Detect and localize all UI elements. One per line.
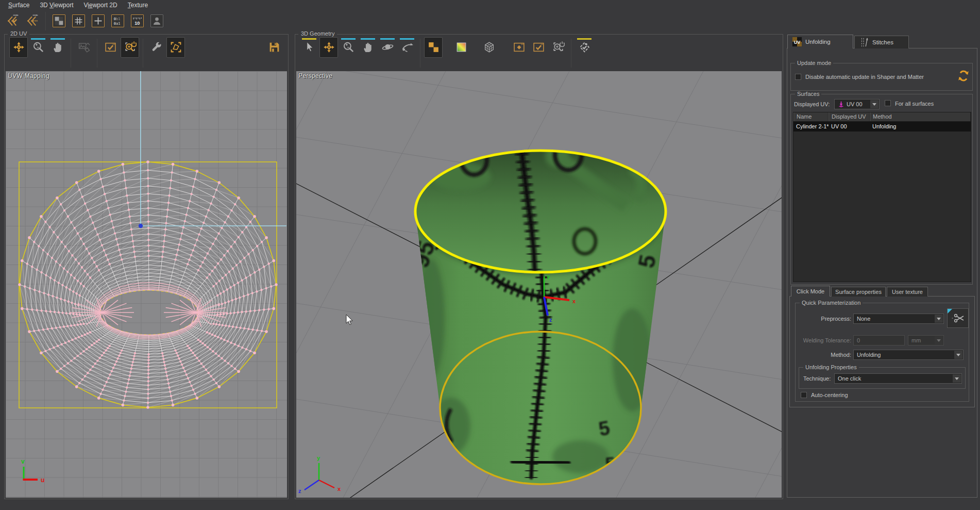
preprocess-dropdown[interactable]: None	[853, 314, 944, 324]
svg-text:y: y	[317, 455, 320, 461]
panel-2d-title: 2D UV	[8, 30, 29, 37]
save-button[interactable]	[265, 37, 283, 58]
menu-texture[interactable]: Texture	[123, 1, 153, 10]
distortion-display-button[interactable]	[452, 37, 470, 58]
selection-window-button[interactable]	[510, 37, 528, 58]
texel-format-button[interactable]: 0b10a1	[108, 11, 127, 31]
validate-options-button[interactable]	[23, 11, 42, 31]
surfaces-title: Surfaces	[795, 91, 821, 97]
menu-viewport-2d[interactable]: Viewport 2D	[79, 1, 123, 10]
toolbar-separator	[420, 39, 420, 68]
pan-tool[interactable]	[359, 37, 377, 58]
svg-text:10: 10	[134, 21, 140, 26]
toolbar-2d-uv	[9, 37, 284, 69]
tab-user-texture[interactable]: User texture	[887, 287, 928, 297]
svg-text:UV: UV	[794, 40, 801, 45]
island-selection-button[interactable]	[166, 37, 185, 58]
svg-text:z: z	[298, 488, 301, 494]
main-toolbar: 0b10a110	[0, 10, 980, 32]
tab-stitches[interactable]: Stitches	[854, 36, 909, 48]
method-dropdown[interactable]: Unfolding	[853, 350, 964, 360]
wireframe-display-button[interactable]	[480, 37, 498, 58]
zoom-selection-button[interactable]	[121, 37, 139, 58]
zoom-tool[interactable]	[339, 37, 358, 58]
auto-centering-label: Auto-centering	[811, 392, 848, 398]
panel-3d-title: 3D Geometry	[298, 30, 337, 37]
grid-display-button[interactable]	[69, 11, 88, 31]
welding-tolerance-input[interactable]: 0	[853, 335, 905, 346]
menu-surface[interactable]: Surface	[3, 1, 35, 10]
displayed-uv-dropdown[interactable]: UV 00	[834, 99, 880, 109]
select-tool[interactable]	[300, 37, 318, 58]
for-all-surfaces-checkbox[interactable]	[885, 100, 891, 106]
toolbar-separator	[571, 39, 571, 68]
toolbar-separator	[45, 12, 46, 30]
svg-text:y: y	[547, 273, 550, 279]
technique-label: Technique:	[803, 375, 831, 382]
validate-window-button[interactable]	[529, 37, 548, 58]
move-tool[interactable]	[319, 37, 338, 58]
validate-button[interactable]	[4, 11, 22, 31]
settings-button[interactable]	[147, 37, 165, 58]
tab-surface-properties[interactable]: Surface properties	[831, 287, 886, 297]
checker-display-button[interactable]	[49, 11, 68, 31]
surfaces-table: Name Displayed UV Method Cylinder 2-1* U…	[793, 112, 971, 282]
disable-auto-update-label: Disable automatic update in Shaper and M…	[805, 74, 924, 80]
preprocess-label: Preprocess:	[821, 316, 851, 322]
menu-3d-viewport[interactable]: 3D Viewport	[35, 1, 78, 10]
unfolding-tab-content: Update mode Disable automatic update in …	[787, 48, 977, 498]
axes-display-button[interactable]	[89, 11, 107, 31]
surfaces-group: Surfaces Displayed UV: UV 00 For all sur…	[790, 94, 973, 285]
welding-unit-dropdown[interactable]: mm	[908, 335, 944, 346]
welding-tolerance-label: Welding Tolerance:	[803, 337, 851, 343]
fly-tool[interactable]	[398, 37, 416, 58]
unfolding-properties-title: Unfolding Properties	[803, 364, 859, 371]
scissors-icon	[951, 312, 965, 324]
uv-viewport-label: UVW Mapping	[8, 72, 49, 79]
zoom-selection-button[interactable]	[549, 37, 567, 58]
tab-stitches-label: Stitches	[872, 39, 893, 45]
auto-update-view-button[interactable]	[101, 37, 120, 58]
update-mode-group: Update mode Disable automatic update in …	[790, 63, 973, 91]
mouse-cursor	[346, 315, 352, 325]
panel-2d-uv: 2D UV UVW Mapping v u	[4, 34, 289, 499]
toolbar-3d-geometry	[299, 37, 779, 69]
display-validation-button[interactable]	[575, 37, 594, 58]
move-tool[interactable]	[9, 37, 28, 58]
checker-display-button[interactable]	[424, 37, 443, 58]
refresh-icon[interactable]	[957, 70, 970, 82]
displayed-uv-label: Displayed UV:	[794, 101, 830, 107]
pan-tool[interactable]	[48, 37, 67, 58]
method-label: Method:	[831, 352, 851, 358]
orbit-tool[interactable]	[378, 37, 397, 58]
technique-dropdown[interactable]: One click	[834, 373, 962, 384]
quick-parameterization-title: Quick Parameterization	[800, 300, 863, 306]
cut-segments-button[interactable]	[947, 308, 969, 328]
uv-axis-gizmo: v u	[6, 457, 67, 498]
svg-text:v: v	[21, 458, 25, 465]
click-mode-content: Quick Parameterization Preprocess: None	[789, 296, 975, 407]
texel-density-button[interactable]: 10	[128, 11, 146, 31]
auto-centering-checkbox[interactable]	[801, 392, 807, 398]
uv-viewport[interactable]: UVW Mapping v u	[6, 71, 287, 498]
toolbar-separator	[143, 39, 143, 68]
viewport-axis-gizmo: y x z	[298, 455, 341, 494]
texture-snapshot-tool[interactable]	[75, 37, 93, 58]
tab-click-mode[interactable]: Click Mode	[791, 286, 830, 297]
zoom-tool[interactable]	[29, 37, 47, 58]
toolbar-separator	[71, 39, 71, 68]
quick-parameterization-group: Quick Parameterization Preprocess: None	[795, 303, 969, 402]
perspective-viewport[interactable]: Perspective	[296, 71, 782, 498]
unfolding-properties-group: Unfolding Properties Technique: One clic…	[799, 367, 966, 389]
disable-auto-update-checkbox[interactable]	[795, 74, 801, 80]
user-button[interactable]	[147, 11, 166, 31]
tab-uv-unfolding[interactable]: UV Unfolding	[787, 35, 853, 48]
corner-marker	[948, 309, 952, 314]
toolbar-separator	[97, 39, 97, 68]
tab-uv-unfolding-label: Unfolding	[805, 39, 831, 45]
application-window: Surface 3D Viewport Viewport 2D Texture …	[0, 0, 980, 510]
svg-text:x: x	[337, 486, 341, 492]
svg-text:u: u	[41, 476, 44, 484]
table-row-cylinder[interactable]: Cylinder 2-1* UV 00 Unfolding	[793, 122, 971, 131]
menu-bar: Surface 3D Viewport Viewport 2D Texture	[0, 0, 980, 10]
